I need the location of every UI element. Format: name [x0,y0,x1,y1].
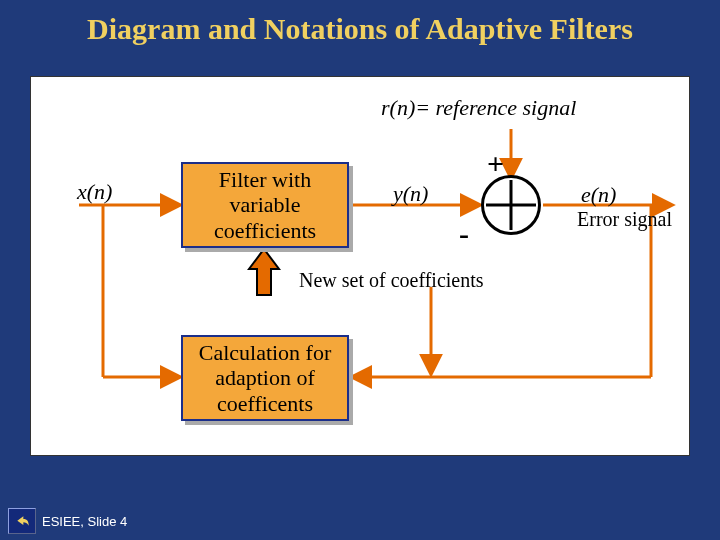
input-signal-label: x(n) [77,179,112,205]
return-button[interactable] [8,508,36,534]
slide-number: ESIEE, Slide 4 [42,514,127,529]
output-signal-label: y(n) [393,181,428,207]
summing-junction [481,175,541,235]
slide-footer: ESIEE, Slide 4 [8,508,127,534]
update-arrow [249,249,279,295]
error-signal-sublabel: Error signal [577,209,672,230]
reference-signal-label: r(n)= reference signal [381,95,576,121]
filter-block: Filter with variable coefficients [181,162,349,248]
calc-block: Calculation for adaption of coefficents [181,335,349,421]
minus-sign: - [459,217,469,251]
slide-title: Diagram and Notations of Adaptive Filter… [0,0,720,46]
arrows-layer [31,77,691,457]
diagram-canvas: r(n)= reference signal x(n) y(n) e(n) Er… [30,76,690,456]
new-coeff-label: New set of coefficients [299,269,484,292]
plus-sign: + [487,147,504,181]
error-signal-label: e(n) [581,182,616,208]
return-icon [14,513,30,529]
